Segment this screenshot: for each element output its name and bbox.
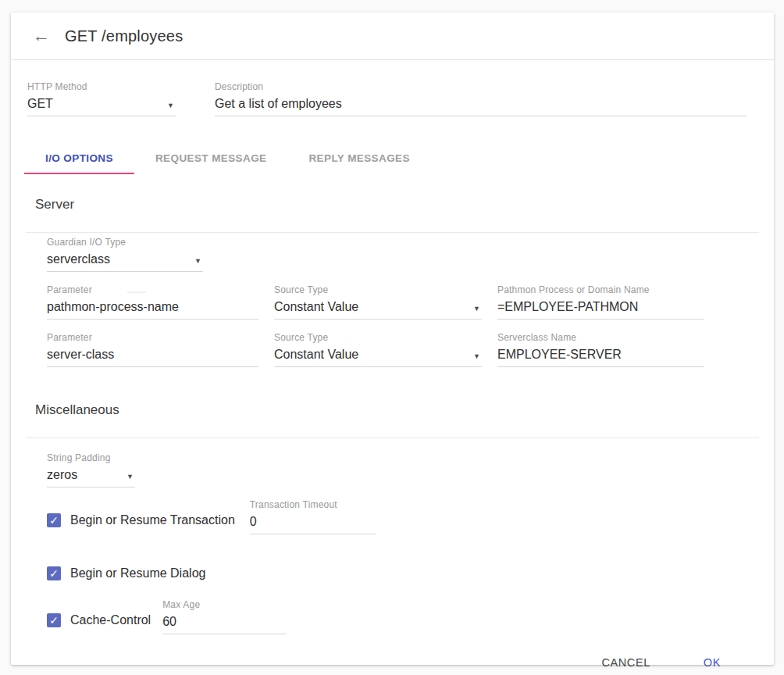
dialog-actions: CANCEL OK bbox=[27, 650, 747, 675]
cache-control-checkbox-row: ✓ Cache-Control Max Age 60 bbox=[47, 612, 747, 634]
serverclass-name-label: Serverclass Name bbox=[497, 332, 704, 343]
http-method-value[interactable]: GET bbox=[27, 96, 176, 116]
top-fields-row: HTTP Method GET ▼ Description Get a list… bbox=[27, 81, 747, 116]
pathmon-process-label: Pathmon Process or Domain Name bbox=[497, 284, 704, 295]
page-title: GET /employees bbox=[65, 27, 183, 45]
pathmon-process-value[interactable]: =EMPLOYEE-PATHMON bbox=[497, 299, 704, 320]
tab-reply-messages[interactable]: REPLY MESSAGES bbox=[287, 145, 430, 174]
source-type-label: Source Type bbox=[274, 284, 482, 295]
string-padding-value[interactable]: zeros bbox=[47, 467, 135, 488]
source-type-value[interactable]: Constant Value bbox=[274, 299, 482, 320]
miscellaneous-section-heading: Miscellaneous bbox=[35, 402, 747, 418]
serverclass-name-field[interactable]: Serverclass Name EMPLOYEE-SERVER bbox=[497, 332, 704, 367]
parameter-value[interactable]: server-class bbox=[47, 347, 258, 367]
description-value[interactable]: Get a list of employees bbox=[215, 96, 747, 116]
http-method-select[interactable]: HTTP Method GET ▼ bbox=[27, 81, 176, 116]
serverclass-name-value[interactable]: EMPLOYEE-SERVER bbox=[497, 347, 704, 367]
tab-io-options[interactable]: I/O OPTIONS bbox=[24, 145, 134, 174]
transaction-timeout-value[interactable]: 0 bbox=[250, 514, 376, 534]
card-header: ← GET /employees bbox=[11, 12, 774, 60]
parameter-label: Parameter bbox=[47, 284, 258, 295]
ok-button[interactable]: OK bbox=[697, 650, 727, 675]
parameter-row: Parameter server-class Source Type Const… bbox=[47, 332, 747, 367]
source-type-select[interactable]: Source Type Constant Value ▼ bbox=[274, 284, 482, 320]
transaction-checkbox-row: ✓ Begin or Resume Transaction Transactio… bbox=[47, 512, 747, 534]
server-section-divider bbox=[26, 232, 759, 233]
max-age-field[interactable]: Max Age 60 bbox=[162, 599, 287, 634]
description-label: Description bbox=[215, 81, 747, 92]
dialog-checkbox-row: ✓ Begin or Resume Dialog bbox=[47, 566, 747, 581]
pathmon-process-field[interactable]: Pathmon Process or Domain Name =EMPLOYEE… bbox=[497, 284, 704, 320]
label-hint-line bbox=[127, 291, 146, 293]
guardian-io-type-select[interactable]: Guardian I/O Type serverclass ▼ bbox=[47, 237, 203, 272]
checkmark-icon: ✓ bbox=[49, 515, 59, 526]
miscellaneous-section-body: String Padding zeros ▼ ✓ Begin or Resume… bbox=[47, 452, 747, 634]
max-age-label: Max Age bbox=[162, 599, 287, 610]
source-type-value[interactable]: Constant Value bbox=[274, 347, 482, 367]
parameter-value[interactable]: pathmon-process-name bbox=[47, 299, 258, 320]
parameter-field[interactable]: Parameter server-class bbox=[47, 332, 258, 367]
source-type-select[interactable]: Source Type Constant Value ▼ bbox=[274, 332, 482, 367]
description-field[interactable]: Description Get a list of employees bbox=[215, 81, 747, 116]
cache-control-checkbox[interactable]: ✓ bbox=[47, 613, 61, 627]
http-method-label: HTTP Method bbox=[27, 81, 176, 92]
string-padding-label: String Padding bbox=[47, 452, 135, 463]
parameter-row: Parameter pathmon-process-name Source Ty… bbox=[47, 284, 747, 320]
begin-resume-transaction-checkbox[interactable]: ✓ bbox=[47, 513, 61, 527]
server-section-heading: Server bbox=[35, 197, 747, 212]
begin-resume-dialog-checkbox[interactable]: ✓ bbox=[47, 566, 61, 580]
transaction-timeout-label: Transaction Timeout bbox=[250, 499, 376, 510]
guardian-io-type-label: Guardian I/O Type bbox=[47, 237, 203, 248]
begin-resume-transaction-label[interactable]: Begin or Resume Transaction bbox=[70, 512, 235, 528]
cancel-button[interactable]: CANCEL bbox=[595, 650, 656, 675]
guardian-io-type-value[interactable]: serverclass bbox=[47, 252, 203, 272]
checkmark-icon: ✓ bbox=[49, 615, 59, 626]
string-padding-select[interactable]: String Padding zeros ▼ bbox=[47, 452, 135, 488]
checkmark-icon: ✓ bbox=[49, 568, 59, 579]
parameter-field[interactable]: Parameter pathmon-process-name bbox=[47, 284, 258, 320]
cache-control-label[interactable]: Cache-Control bbox=[70, 612, 151, 628]
tab-request-message[interactable]: REQUEST MESSAGE bbox=[134, 145, 288, 174]
back-arrow-icon: ← bbox=[33, 26, 50, 46]
card-content: HTTP Method GET ▼ Description Get a list… bbox=[11, 81, 774, 675]
parameter-label: Parameter bbox=[47, 332, 258, 343]
server-section-body: Guardian I/O Type serverclass ▼ Paramete… bbox=[47, 237, 747, 367]
endpoint-editor-card: ← GET /employees HTTP Method GET ▼ Descr… bbox=[11, 12, 774, 665]
max-age-value[interactable]: 60 bbox=[162, 614, 287, 634]
back-button[interactable]: ← bbox=[27, 22, 55, 50]
source-type-label: Source Type bbox=[274, 332, 482, 343]
miscellaneous-section-divider bbox=[26, 438, 759, 438]
tab-bar: I/O OPTIONS REQUEST MESSAGE REPLY MESSAG… bbox=[24, 145, 747, 174]
begin-resume-dialog-label[interactable]: Begin or Resume Dialog bbox=[70, 566, 205, 581]
transaction-timeout-field[interactable]: Transaction Timeout 0 bbox=[250, 499, 376, 534]
